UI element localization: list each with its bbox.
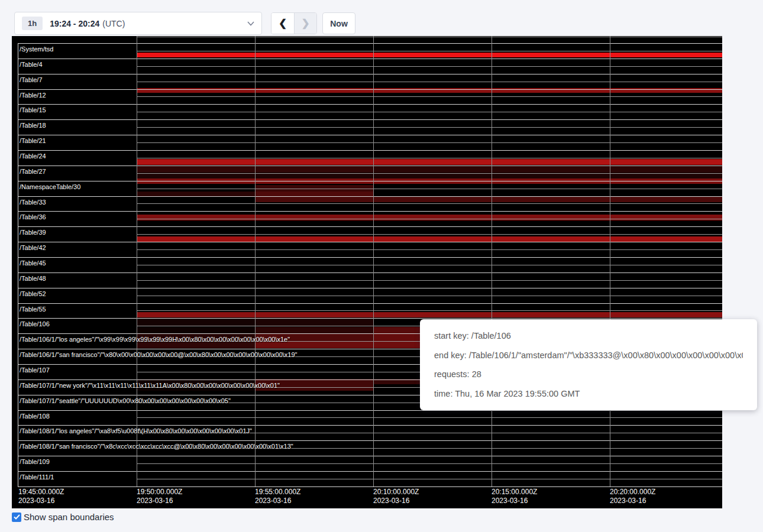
heat-band-segment[interactable]: [492, 53, 610, 57]
heat-band-segment[interactable]: [374, 312, 492, 317]
heat-band-segment[interactable]: [256, 166, 374, 172]
heat-band-segment[interactable]: [610, 192, 722, 196]
check-icon: [14, 514, 20, 520]
heat-band-segment[interactable]: [374, 166, 492, 172]
heat-band-segment[interactable]: [137, 159, 256, 165]
heat-band[interactable]: [137, 215, 722, 220]
axis-tick-time: 19:55:00.000Z: [255, 488, 300, 496]
time-grid-line: [255, 36, 256, 486]
span-boundary-line: [137, 127, 722, 128]
span-boundary-line: [137, 310, 722, 311]
span-boundary-line: [137, 296, 722, 296]
heat-band-segment[interactable]: [256, 192, 374, 196]
span-boundary-line: [137, 203, 722, 204]
heat-band-segment[interactable]: [137, 327, 256, 333]
heat-band-segment[interactable]: [610, 236, 722, 242]
time-grid-line: [610, 36, 610, 486]
heat-band[interactable]: [137, 192, 722, 196]
heat-band-segment[interactable]: [610, 215, 722, 220]
heat-band-segment[interactable]: [137, 192, 256, 196]
row-label: /Table/106: [20, 320, 50, 328]
heat-band-segment[interactable]: [374, 215, 492, 220]
row-label: /Table/108/1/"san francisco"/"\x8c\xcc\x…: [20, 443, 293, 450]
row-label: /Table/107/1/"seattle"/"UUUUUUD\x00\x80\…: [20, 397, 231, 405]
heat-band-segment[interactable]: [610, 53, 722, 57]
heat-band-segment[interactable]: [256, 159, 374, 165]
row-label: /Table/106/1/"san francisco"/"\x80\x00\x…: [20, 351, 298, 359]
heat-band-segment[interactable]: [256, 312, 374, 317]
show-span-boundaries-control[interactable]: Show span boundaries: [12, 512, 114, 522]
tooltip-end-key: end key: /Table/106/1/"amsterdam"/"\xb33…: [434, 351, 743, 360]
heat-band-segment[interactable]: [256, 236, 374, 242]
heat-band[interactable]: [137, 53, 722, 57]
prev-time-button[interactable]: ❮: [271, 13, 294, 34]
heat-band-segment[interactable]: [610, 159, 722, 165]
span-boundary-line: [18, 456, 722, 456]
heat-band-segment[interactable]: [492, 159, 610, 165]
heat-band-segment[interactable]: [374, 236, 492, 242]
heat-band-segment[interactable]: [374, 159, 492, 165]
heat-band-segment[interactable]: [374, 192, 492, 196]
row-label: /Table/48: [20, 275, 46, 283]
row-label: /Table/106/1/"los angeles"/"\x99\x99\x99…: [20, 336, 290, 343]
axis-tick-date: 2023-03-16: [18, 497, 54, 505]
span-boundary-line: [18, 242, 722, 242]
heat-band-segment[interactable]: [256, 318, 374, 326]
heat-band-segment[interactable]: [492, 312, 610, 317]
span-boundary-line: [18, 150, 722, 151]
row-label: /Table/33: [20, 199, 46, 206]
axis-tick-time: 20:15:00.000Z: [492, 488, 537, 496]
heat-band-segment[interactable]: [256, 53, 374, 57]
span-boundary-line: [18, 486, 722, 487]
axis-tick-date: 2023-03-16: [255, 497, 291, 505]
heat-band-segment[interactable]: [374, 53, 492, 57]
heat-band-segment[interactable]: [137, 236, 256, 242]
heat-band[interactable]: [137, 166, 722, 172]
row-label: /Table/107: [20, 366, 50, 374]
heat-band-segment[interactable]: [492, 236, 610, 242]
heat-band[interactable]: [137, 236, 722, 242]
heat-band-segment[interactable]: [610, 312, 722, 317]
span-boundary-line: [137, 51, 722, 51]
span-boundary-line: [18, 318, 722, 319]
time-window-select[interactable]: 1h 19:24 - 20:24 (UTC): [14, 12, 262, 35]
heat-band-segment[interactable]: [492, 192, 610, 196]
heat-band-segment[interactable]: [492, 196, 610, 202]
heat-band-segment[interactable]: [256, 327, 374, 333]
now-button[interactable]: Now: [322, 12, 355, 34]
heat-band-segment[interactable]: [256, 215, 374, 220]
heat-band[interactable]: [137, 312, 722, 317]
row-label: /Table/15: [20, 106, 46, 114]
axis-tick-date: 2023-03-16: [492, 497, 528, 505]
tooltip-time: time: Thu, 16 Mar 2023 19:55:00 GMT: [434, 389, 743, 398]
heat-band-segment[interactable]: [137, 318, 256, 326]
show-span-boundaries-checkbox[interactable]: [12, 512, 21, 522]
row-label: /Table/107/1/"new york"/"\x11\x11\x11\x1…: [20, 382, 280, 390]
heat-band[interactable]: [137, 159, 722, 165]
heat-band-segment[interactable]: [610, 166, 722, 172]
heat-band-segment[interactable]: [610, 196, 722, 202]
span-boundary-line: [18, 288, 722, 288]
span-boundary-line: [137, 249, 722, 250]
span-boundary-line: [137, 417, 722, 418]
row-label: /Table/36: [20, 213, 46, 221]
heat-band-segment[interactable]: [492, 215, 610, 220]
heat-band-segment[interactable]: [137, 166, 256, 172]
span-boundary-line: [18, 135, 722, 135]
heat-band-segment[interactable]: [137, 215, 256, 220]
tooltip-requests: requests: 28: [434, 369, 743, 379]
heat-band[interactable]: [137, 196, 722, 202]
next-time-button[interactable]: ❯: [294, 13, 316, 34]
span-boundary-line: [137, 463, 722, 464]
key-visualizer-canvas[interactable]: /System/tsd/Table/4/Table/7/Table/12/Tab…: [12, 36, 722, 508]
span-boundary-line: [137, 66, 722, 67]
heat-band-segment[interactable]: [137, 53, 256, 57]
row-label: /Table/21: [20, 137, 46, 145]
heat-band-segment[interactable]: [492, 166, 610, 172]
row-label: /Table/108: [20, 413, 50, 420]
heat-band-segment[interactable]: [137, 312, 256, 317]
heat-band-segment[interactable]: [374, 196, 492, 202]
hover-tooltip: start key: /Table/106 end key: /Table/10…: [420, 319, 757, 410]
heat-band-segment[interactable]: [256, 196, 374, 202]
heat-band-segment[interactable]: [137, 196, 256, 202]
